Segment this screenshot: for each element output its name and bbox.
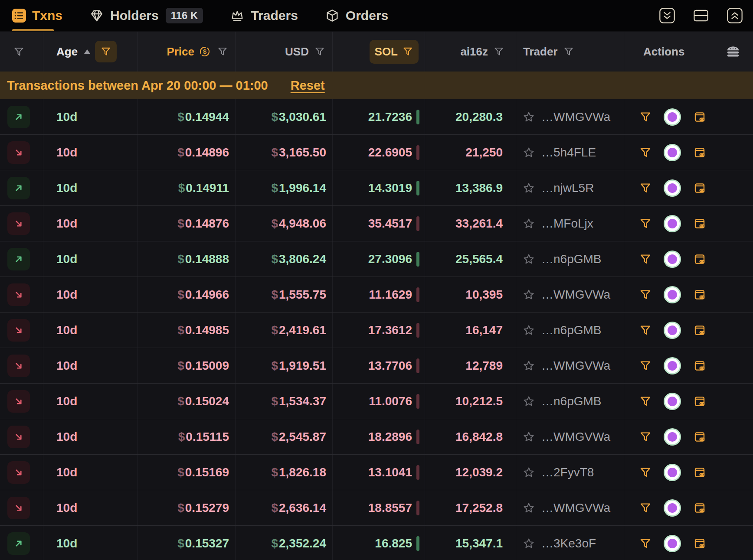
favorite-star-icon[interactable]	[522, 146, 535, 159]
table-row[interactable]: 10d$0.15279$2,636.1418.855717,252.8…WMGV…	[0, 490, 753, 526]
wallet-icon[interactable]	[693, 430, 707, 444]
trader-status-icon[interactable]	[665, 287, 680, 302]
wallet-icon[interactable]	[693, 181, 707, 195]
filter-by-trader-icon[interactable]	[639, 146, 652, 159]
wallet-icon[interactable]	[693, 288, 707, 302]
trader-address[interactable]: …2FyvT8	[541, 466, 594, 479]
sell-arrow-down-right-icon[interactable]	[7, 355, 30, 377]
filter-by-trader-icon[interactable]	[639, 253, 652, 266]
header-usd[interactable]: USD	[236, 32, 333, 72]
tab-holders[interactable]: Holders 116 K	[89, 8, 203, 23]
table-row[interactable]: 10d$0.15169$1,826.1813.104112,039.2…2Fyv…	[0, 455, 753, 490]
expand-down-button[interactable]	[658, 7, 676, 24]
favorite-star-icon[interactable]	[522, 217, 535, 230]
tab-txns[interactable]: Txns	[12, 8, 62, 23]
trader-status-icon[interactable]	[665, 394, 680, 409]
tab-traders[interactable]: Traders	[230, 8, 298, 23]
filter-by-trader-icon[interactable]	[639, 359, 652, 372]
favorite-star-icon[interactable]	[522, 111, 535, 124]
table-row[interactable]: 10d$0.15327$2,352.2416.82515,347.1…3Ke3o…	[0, 526, 753, 560]
header-age[interactable]: Age	[43, 32, 138, 72]
favorite-star-icon[interactable]	[522, 359, 535, 372]
sort-ascending-icon[interactable]	[84, 49, 91, 54]
price-filter-icon[interactable]	[217, 46, 228, 57]
trader-filter-icon[interactable]	[563, 46, 574, 57]
filter-by-trader-icon[interactable]	[639, 501, 652, 514]
wallet-icon[interactable]	[693, 252, 707, 266]
trader-address[interactable]: …5h4FLE	[541, 146, 596, 160]
trader-address[interactable]: …3Ke3oF	[541, 537, 596, 550]
table-row[interactable]: 10d$0.14876$4,948.0635.451733,261.4…MFoL…	[0, 206, 753, 241]
trader-address[interactable]: …MFoLjx	[541, 217, 593, 231]
split-view-button[interactable]	[692, 7, 710, 24]
sell-arrow-down-right-icon[interactable]	[7, 141, 30, 164]
trader-status-icon[interactable]	[665, 358, 680, 373]
filter-by-trader-icon[interactable]	[639, 395, 652, 408]
filter-by-trader-icon[interactable]	[639, 537, 652, 550]
header-sol[interactable]: SOL	[333, 32, 425, 72]
favorite-star-icon[interactable]	[522, 182, 535, 195]
buy-arrow-up-right-icon[interactable]	[7, 177, 30, 199]
trader-address[interactable]: …WMGVWa	[541, 288, 610, 302]
sell-arrow-down-right-icon[interactable]	[7, 319, 30, 342]
filter-by-trader-icon[interactable]	[639, 324, 652, 337]
table-row[interactable]: 10d$0.14966$1,555.7511.162910,395…WMGVWa	[0, 277, 753, 313]
filter-by-trader-icon[interactable]	[639, 430, 652, 443]
table-row[interactable]: 10d$0.14985$2,419.6117.361216,147…n6pGMB	[0, 313, 753, 348]
trader-address[interactable]: …n6pGMB	[541, 394, 602, 408]
trader-address[interactable]: …WMGVWa	[541, 110, 610, 124]
filter-funnel-icon[interactable]	[13, 46, 25, 58]
reset-filter-link[interactable]: Reset	[291, 78, 325, 93]
sol-filter-active[interactable]: SOL	[370, 40, 419, 64]
filter-by-trader-icon[interactable]	[639, 111, 652, 124]
trader-status-icon[interactable]	[665, 145, 680, 160]
sell-arrow-down-right-icon[interactable]	[7, 283, 30, 306]
wallet-icon[interactable]	[693, 466, 707, 479]
sell-arrow-down-right-icon[interactable]	[7, 212, 30, 235]
table-row[interactable]: 10d$0.14944$3,030.6121.723620,280.3…WMGV…	[0, 99, 753, 135]
table-row[interactable]: 10d$0.15009$1,919.5113.770612,789…WMGVWa	[0, 348, 753, 384]
filter-by-trader-icon[interactable]	[639, 217, 652, 230]
trader-status-icon[interactable]	[665, 501, 680, 515]
trader-status-icon[interactable]	[665, 323, 680, 338]
wallet-icon[interactable]	[693, 323, 707, 337]
wallet-icon[interactable]	[693, 146, 707, 160]
collapse-up-button[interactable]	[726, 7, 743, 24]
buy-arrow-up-right-icon[interactable]	[7, 106, 30, 128]
wallet-icon[interactable]	[693, 359, 707, 373]
wallet-icon[interactable]	[693, 110, 707, 124]
favorite-star-icon[interactable]	[522, 430, 535, 443]
trader-address[interactable]: …WMGVWa	[541, 430, 610, 444]
favorite-star-icon[interactable]	[522, 395, 535, 408]
filter-by-trader-icon[interactable]	[639, 182, 652, 195]
trader-address[interactable]: …n6pGMB	[541, 252, 602, 266]
table-row[interactable]: 10d$0.15115$2,545.8718.289616,842.8…WMGV…	[0, 419, 753, 455]
sell-arrow-down-right-icon[interactable]	[7, 461, 30, 484]
token-filter-icon[interactable]	[493, 46, 504, 57]
table-row[interactable]: 10d$0.14896$3,165.5022.690521,250…5h4FLE	[0, 135, 753, 170]
header-price[interactable]: Price $	[138, 32, 236, 72]
wallet-icon[interactable]	[693, 394, 707, 408]
usd-filter-icon[interactable]	[314, 46, 325, 57]
header-token[interactable]: ai16z	[425, 32, 516, 72]
header-maker-filter[interactable]	[0, 32, 43, 72]
filter-by-trader-icon[interactable]	[639, 288, 652, 301]
sell-arrow-down-right-icon[interactable]	[7, 497, 30, 519]
trader-status-icon[interactable]	[665, 536, 680, 551]
trader-status-icon[interactable]	[665, 252, 680, 267]
trader-address[interactable]: …njwL5R	[541, 181, 594, 195]
favorite-star-icon[interactable]	[522, 324, 535, 337]
trader-address[interactable]: …WMGVWa	[541, 359, 610, 373]
wallet-icon[interactable]	[693, 501, 707, 515]
age-filter-active[interactable]	[95, 41, 117, 62]
favorite-star-icon[interactable]	[522, 537, 535, 550]
usd-coin-icon[interactable]: $	[199, 46, 211, 58]
trader-status-icon[interactable]	[665, 181, 680, 195]
favorite-star-icon[interactable]	[522, 501, 535, 514]
burger-menu-icon[interactable]	[725, 45, 741, 58]
sell-arrow-down-right-icon[interactable]	[7, 390, 30, 413]
filter-by-trader-icon[interactable]	[639, 466, 652, 479]
trader-status-icon[interactable]	[665, 465, 680, 480]
buy-arrow-up-right-icon[interactable]	[7, 248, 30, 270]
table-row[interactable]: 10d$0.15024$1,534.3711.007610,212.5…n6pG…	[0, 384, 753, 419]
